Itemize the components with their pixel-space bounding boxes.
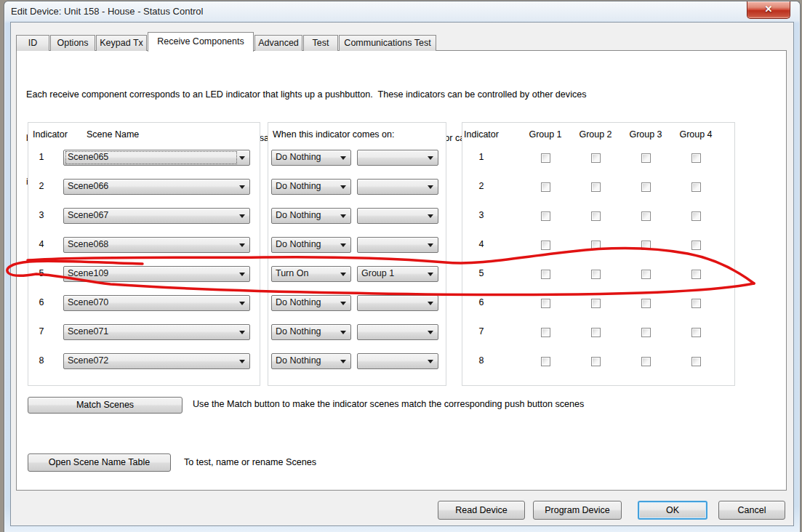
group-2-checkbox-row-7[interactable] <box>591 328 601 337</box>
group-1-checkbox-row-4[interactable] <box>541 241 550 250</box>
scene-name-dropdown-2[interactable]: Scene066 <box>63 179 250 195</box>
group-3-checkbox-row-5[interactable] <box>641 270 651 279</box>
group-3-checkbox-row-8[interactable] <box>641 357 651 366</box>
action-dropdown-8-value: Do Nothing <box>276 355 321 366</box>
group-1-checkbox-row-3[interactable] <box>541 211 550 221</box>
group-4-checkbox-row-6[interactable] <box>691 299 701 308</box>
action-target-dropdown-1[interactable] <box>357 150 438 166</box>
cancel-button[interactable]: Cancel <box>718 501 785 520</box>
scene-name-dropdown-1[interactable]: Scene065 <box>63 150 250 166</box>
group-1-checkbox-row-8[interactable] <box>541 357 550 366</box>
dropdown-arrow-icon <box>239 243 245 247</box>
dropdown-arrow-icon <box>239 331 245 334</box>
dropdown-arrow-icon <box>340 214 346 218</box>
read-device-button[interactable]: Read Device <box>438 501 525 520</box>
scene-name-dropdown-7[interactable]: Scene071 <box>63 324 250 340</box>
dialog-body: IDOptionsKeypad TxReceive ComponentsAdva… <box>10 22 794 526</box>
indicator-number: 7 <box>464 326 499 336</box>
tab-test[interactable]: Test <box>303 35 338 51</box>
dropdown-arrow-icon <box>428 360 433 363</box>
group-2-checkbox-row-1[interactable] <box>591 153 601 163</box>
tab-keypad-tx[interactable]: Keypad Tx <box>96 35 147 51</box>
action-dropdown-3[interactable]: Do Nothing <box>271 208 351 224</box>
panel-group-checkboxes: IndicatorGroup 1Group 2Group 3Group 4 12… <box>462 122 735 386</box>
action-dropdown-4-value: Do Nothing <box>276 239 321 249</box>
group-4-checkbox-row-3[interactable] <box>691 211 701 221</box>
group-2-checkbox-row-6[interactable] <box>591 299 601 308</box>
group-2-checkbox-row-3[interactable] <box>591 211 601 221</box>
group-3-checkbox-row-1[interactable] <box>641 153 651 163</box>
group-3-checkbox-row-7[interactable] <box>641 328 651 337</box>
group-4-checkbox-row-2[interactable] <box>691 182 701 192</box>
action-target-dropdown-2[interactable] <box>357 179 438 195</box>
group-1-checkbox-row-2[interactable] <box>541 182 550 192</box>
dropdown-arrow-icon <box>340 243 346 247</box>
dropdown-arrow-icon <box>239 185 245 189</box>
group-3-checkbox-row-4[interactable] <box>641 241 651 250</box>
dropdown-arrow-icon <box>428 185 433 189</box>
scene-name-dropdown-5[interactable]: Scene109 <box>63 266 250 282</box>
description-line-1: Each receive component corresponds to an… <box>26 87 609 102</box>
indicator-number: 7 <box>30 326 53 336</box>
action-target-dropdown-3[interactable] <box>357 208 438 224</box>
action-dropdown-2[interactable]: Do Nothing <box>271 179 351 195</box>
open-scene-name-table-button[interactable]: Open Scene Name Table <box>28 454 171 472</box>
action-target-dropdown-5[interactable]: Group 1 <box>357 266 438 282</box>
group-2-checkbox-row-5[interactable] <box>591 270 601 279</box>
group-2-checkbox-row-4[interactable] <box>591 241 601 250</box>
group-2-checkbox-row-8[interactable] <box>591 357 601 366</box>
program-device-button[interactable]: Program Device <box>533 501 622 520</box>
scene-name-dropdown-8[interactable]: Scene072 <box>63 353 250 369</box>
dropdown-arrow-icon <box>428 331 433 334</box>
action-dropdown-5[interactable]: Turn On <box>271 266 351 282</box>
scene-name-dropdown-2-value: Scene066 <box>68 181 108 191</box>
group-1-checkbox-row-5[interactable] <box>541 270 550 279</box>
action-dropdown-1[interactable]: Do Nothing <box>271 150 351 166</box>
group-1-checkbox-row-6[interactable] <box>541 299 550 308</box>
group-2-checkbox-row-2[interactable] <box>591 182 601 192</box>
tab-communications-test[interactable]: Communications Test <box>339 35 436 51</box>
match-scenes-button[interactable]: Match Scenes <box>28 397 183 414</box>
panel-scene-names: Indicator Scene Name 1Scene0652Scene0663… <box>28 122 260 386</box>
group-1-checkbox-row-7[interactable] <box>541 328 550 337</box>
group-4-checkbox-row-8[interactable] <box>691 357 701 366</box>
group-3-checkbox-row-2[interactable] <box>641 182 651 192</box>
scene-name-dropdown-3[interactable]: Scene067 <box>63 208 250 224</box>
action-dropdown-4[interactable]: Do Nothing <box>271 237 351 253</box>
group-1-checkbox-row-1[interactable] <box>541 153 550 163</box>
tab-id[interactable]: ID <box>16 35 49 51</box>
indicator-number: 1 <box>464 152 499 162</box>
action-target-dropdown-7[interactable] <box>357 324 438 340</box>
action-dropdown-6[interactable]: Do Nothing <box>271 295 351 311</box>
indicator-number: 6 <box>464 297 499 307</box>
tab-advanced[interactable]: Advanced <box>254 35 302 51</box>
group-4-checkbox-row-5[interactable] <box>691 270 701 279</box>
action-dropdown-7[interactable]: Do Nothing <box>271 324 351 340</box>
action-target-dropdown-8[interactable] <box>357 353 438 369</box>
dropdown-arrow-icon <box>428 302 433 305</box>
dropdown-arrow-icon <box>340 302 346 305</box>
action-dropdown-7-value: Do Nothing <box>276 326 321 336</box>
scene-name-dropdown-6[interactable]: Scene070 <box>63 295 250 311</box>
group-4-checkbox-row-4[interactable] <box>691 241 701 250</box>
group-column-header: Group 3 <box>620 129 671 140</box>
group-3-checkbox-row-3[interactable] <box>641 211 651 221</box>
scene-name-dropdown-7-value: Scene071 <box>68 326 108 336</box>
action-target-dropdown-4[interactable] <box>357 237 438 253</box>
ok-button[interactable]: OK <box>638 501 707 520</box>
indicator-number: 5 <box>464 268 499 278</box>
scene-name-dropdown-4[interactable]: Scene068 <box>63 237 250 253</box>
tab-receive-components[interactable]: Receive Components <box>148 32 254 52</box>
group-4-checkbox-row-1[interactable] <box>691 153 701 163</box>
group-4-checkbox-row-7[interactable] <box>691 328 701 337</box>
indicator-number: 5 <box>30 268 53 278</box>
action-dropdown-8[interactable]: Do Nothing <box>271 353 351 369</box>
group-3-checkbox-row-6[interactable] <box>641 299 651 308</box>
action-target-dropdown-6[interactable] <box>357 295 438 311</box>
scene-name-dropdown-5-value: Scene109 <box>68 268 108 278</box>
tab-options[interactable]: Options <box>50 35 95 51</box>
indicator-number: 2 <box>30 181 53 191</box>
dropdown-arrow-icon <box>428 273 433 276</box>
close-button[interactable]: ✕ <box>747 1 790 19</box>
title-bar[interactable]: Edit Device: Unit 158 - House - Status C… <box>4 1 800 22</box>
